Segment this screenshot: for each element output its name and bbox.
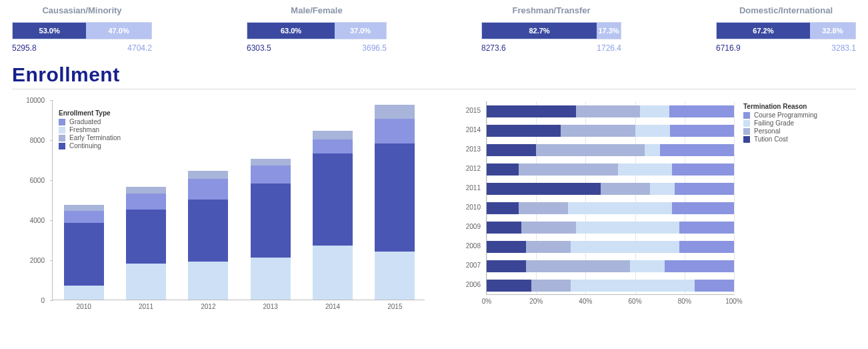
kpi-value-right: 4704.2 xyxy=(127,43,152,53)
bar-segment xyxy=(487,163,519,176)
bar-segment xyxy=(536,144,645,156)
bar-segment xyxy=(375,143,415,252)
y-tick-label: 2000 xyxy=(18,257,45,264)
swatch-icon xyxy=(743,112,750,119)
bar-segment xyxy=(521,222,576,234)
kpi-title: Male/Female xyxy=(247,5,387,15)
y-tick-label: 2012 xyxy=(457,164,481,171)
x-tick-label: 2013 xyxy=(251,303,291,310)
termination-row xyxy=(487,241,734,253)
kpi-seg-right: 32.8% xyxy=(810,23,855,39)
bar-segment xyxy=(561,125,635,137)
bar-segment xyxy=(487,183,601,195)
bar-segment xyxy=(679,241,734,253)
bar-segment xyxy=(313,246,353,300)
bar-segment xyxy=(519,202,568,214)
bar-segment xyxy=(64,286,104,300)
bar-segment xyxy=(188,179,228,200)
y-tick-label: 2007 xyxy=(457,261,481,268)
bar-segment xyxy=(64,211,104,223)
legend-item-graduated: Graduated xyxy=(59,118,121,125)
bar-segment xyxy=(568,202,672,214)
bar-segment xyxy=(618,163,673,176)
bar-segment xyxy=(126,194,166,210)
kpi-title: Freshman/Transfer xyxy=(481,5,621,15)
legend-label: Graduated xyxy=(69,118,101,125)
bar-segment xyxy=(679,222,734,234)
bar-segment xyxy=(571,280,695,292)
bar-segment xyxy=(188,171,228,179)
legend-title: Enrollment Type xyxy=(59,109,121,117)
termination-legend: Termination Reason Course Programming Fa… xyxy=(743,103,817,143)
bar-segment xyxy=(487,260,526,272)
bar-segment xyxy=(526,260,630,272)
legend-label: Continuing xyxy=(69,142,101,149)
kpi-value-right: 3696.5 xyxy=(362,43,387,53)
bar-segment xyxy=(375,119,415,144)
legend-item-tuition-cost: Tution Cost xyxy=(743,135,817,143)
enrollment-bar xyxy=(375,105,415,300)
legend-item-early-termination: Early Termination xyxy=(59,134,121,141)
termination-row xyxy=(487,202,734,214)
enrollment-bar xyxy=(64,205,104,300)
x-tick-label: 20% xyxy=(529,298,543,305)
bar-segment xyxy=(126,264,166,300)
y-tick-label: 2015 xyxy=(457,106,481,113)
bar-segment xyxy=(665,260,734,272)
bar-segment xyxy=(64,205,104,211)
enrollment-legend: Enrollment Type Graduated Freshman Early… xyxy=(59,109,121,150)
termination-row xyxy=(487,125,734,137)
kpi-value-left: 8273.6 xyxy=(481,43,506,53)
x-tick-label: 0% xyxy=(482,298,491,305)
kpi-bar: 53.0% 47.0% xyxy=(12,22,152,39)
swatch-icon xyxy=(743,128,750,135)
termination-row xyxy=(487,144,734,156)
legend-label: Course Programming xyxy=(754,111,817,119)
bar-segment xyxy=(645,144,659,156)
y-tick-label: 2013 xyxy=(457,145,481,152)
legend-item-course-programming: Course Programming xyxy=(743,111,817,119)
kpi-caucasian-minority: Causasian/Minority 53.0% 47.0% 5295.8 47… xyxy=(12,5,152,53)
bar-segment xyxy=(487,105,576,117)
bar-segment xyxy=(576,105,640,117)
bar-segment xyxy=(188,262,228,300)
x-tick-label: 2015 xyxy=(375,303,415,310)
kpi-seg-right: 17.3% xyxy=(597,23,621,39)
x-tick-label: 2012 xyxy=(188,303,228,310)
kpi-value-left: 6303.5 xyxy=(247,43,271,53)
kpi-seg-left: 82.7% xyxy=(482,23,597,39)
kpi-bar: 82.7% 17.3% xyxy=(481,22,621,39)
kpi-bar: 67.2% 32.8% xyxy=(716,22,856,39)
bar-segment xyxy=(487,241,526,253)
bar-segment xyxy=(526,241,571,253)
y-tick-label: 2010 xyxy=(457,203,481,210)
kpi-value-right: 3283.1 xyxy=(831,43,856,53)
termination-row xyxy=(487,105,734,117)
bar-segment xyxy=(670,125,734,137)
legend-title: Termination Reason xyxy=(743,103,817,110)
bar-segment xyxy=(487,202,519,214)
y-tick-label: 10000 xyxy=(18,97,45,104)
kpi-title: Causasian/Minority xyxy=(12,5,152,15)
y-tick-label: 2011 xyxy=(457,184,481,191)
bar-segment xyxy=(313,139,353,153)
kpi-values: 6303.5 3696.5 xyxy=(247,43,387,53)
legend-label: Failing Grade xyxy=(754,119,794,127)
x-tick-label: 40% xyxy=(579,298,592,305)
termination-row xyxy=(487,280,734,292)
swatch-icon xyxy=(59,119,65,125)
y-tick-label: 2008 xyxy=(457,242,481,249)
legend-item-failing-grade: Failing Grade xyxy=(743,119,817,127)
enrollment-bar xyxy=(188,171,228,300)
kpi-seg-right: 47.0% xyxy=(86,23,151,39)
kpi-title: Domestic/International xyxy=(716,5,856,15)
bar-segment xyxy=(188,200,228,262)
bar-segment xyxy=(640,105,670,117)
kpi-seg-left: 67.2% xyxy=(717,23,810,39)
section-title: Enrollment xyxy=(12,63,856,86)
x-tick-label: 2010 xyxy=(64,303,104,310)
y-tick-label: 2014 xyxy=(457,125,481,133)
legend-label: Early Termination xyxy=(69,134,121,141)
x-tick-label: 100% xyxy=(725,298,743,305)
bar-segment xyxy=(635,125,670,137)
